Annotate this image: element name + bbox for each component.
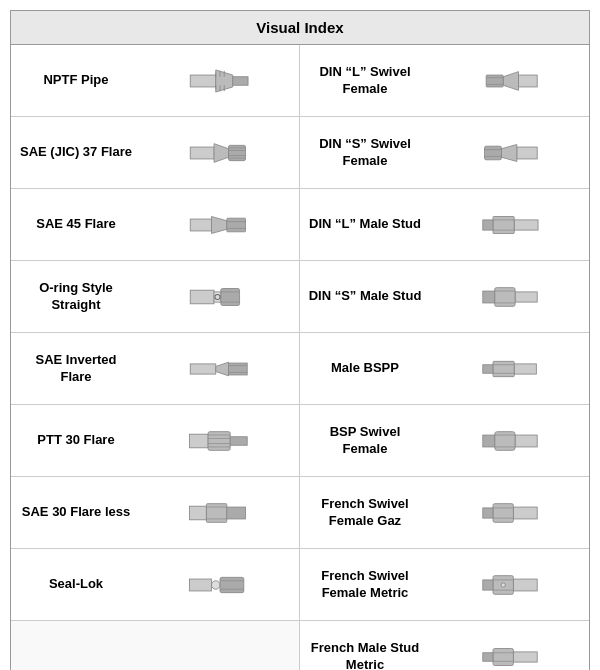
table-row: SAE 45 Flare	[11, 189, 300, 261]
right-fitting-image	[430, 631, 589, 671]
svg-rect-53	[493, 361, 514, 376]
svg-rect-31	[514, 219, 538, 229]
svg-rect-66	[482, 435, 494, 447]
svg-rect-65	[494, 431, 514, 450]
svg-marker-10	[503, 71, 518, 90]
svg-rect-21	[516, 147, 536, 159]
svg-rect-84	[513, 579, 537, 591]
left-label: O-ring Style Straight	[11, 276, 141, 318]
svg-rect-90	[513, 651, 537, 661]
table-row: NPTF Pipe	[11, 45, 300, 117]
svg-rect-92	[482, 652, 492, 661]
table-row: PTT 30 Flare	[11, 405, 300, 477]
svg-rect-43	[494, 287, 514, 306]
svg-rect-54	[482, 364, 492, 373]
svg-point-87	[501, 582, 505, 586]
table-row: BSP Swivel Female	[300, 405, 589, 477]
svg-rect-47	[190, 363, 216, 373]
svg-rect-58	[208, 431, 230, 450]
right-fitting-image	[430, 55, 589, 107]
table-row: SAE Inverted Flare	[11, 333, 300, 405]
svg-rect-59	[230, 436, 247, 445]
svg-rect-32	[493, 216, 514, 233]
left-label: Seal-Lok	[11, 572, 141, 597]
table-row: Seal-Lok	[11, 549, 300, 621]
table-row: DIN “L” Male Stud	[300, 189, 589, 261]
svg-rect-11	[486, 75, 503, 87]
svg-rect-44	[482, 291, 494, 303]
table-row: French Swivel Female Gaz	[300, 477, 589, 549]
svg-rect-33	[482, 219, 492, 229]
right-fitting-image	[430, 487, 589, 539]
header-title: Visual Index	[256, 19, 343, 36]
svg-rect-28	[227, 218, 246, 232]
table-row: DIN “L” Swivel Female	[300, 45, 589, 117]
table-row: SAE (JIC) 37 Flare	[11, 117, 300, 189]
left-fitting-image	[141, 415, 299, 467]
right-label: French Swivel Female Metric	[300, 564, 430, 606]
right-label: Male BSPP	[300, 356, 430, 381]
svg-marker-27	[212, 216, 227, 233]
svg-rect-26	[190, 219, 211, 231]
svg-rect-42	[515, 291, 537, 301]
table-row: O-ring Style Straight	[11, 261, 300, 333]
right-label: DIN “L” Male Stud	[300, 212, 430, 237]
svg-rect-75	[493, 503, 513, 522]
left-label: SAE Inverted Flare	[11, 348, 141, 390]
svg-rect-23	[484, 146, 501, 160]
svg-rect-49	[229, 363, 248, 375]
visual-index-container: Visual Index NPTF Pipe DIN “L” Swivel Fe…	[10, 10, 590, 670]
right-fitting-image	[430, 271, 589, 323]
left-label: PTT 30 Flare	[11, 428, 141, 453]
left-label: SAE 45 Flare	[11, 212, 141, 237]
table-row: DIN “S” Male Stud	[300, 261, 589, 333]
left-label: NPTF Pipe	[11, 68, 141, 93]
svg-rect-79	[189, 579, 211, 591]
left-fitting-image	[141, 127, 299, 179]
svg-rect-36	[190, 290, 214, 304]
left-label: SAE 30 Flare less	[11, 500, 141, 525]
svg-rect-69	[189, 506, 206, 520]
right-fitting-image	[430, 559, 589, 611]
right-fitting-image	[430, 415, 589, 467]
right-label: DIN “S” Male Stud	[300, 284, 430, 309]
svg-rect-0	[190, 75, 216, 87]
svg-rect-9	[518, 75, 537, 87]
left-fitting-image	[141, 55, 299, 107]
table-row: French Swivel Female Metric	[300, 549, 589, 621]
svg-rect-57	[189, 434, 208, 448]
right-fitting-image	[430, 199, 589, 251]
table-row: DIN “S” Swivel Female	[300, 117, 589, 189]
table-row: Male BSPP	[300, 333, 589, 405]
right-label: French Swivel Female Gaz	[300, 492, 430, 534]
svg-rect-2	[233, 76, 248, 85]
right-label: French Male Stud Metric	[300, 636, 430, 670]
svg-rect-14	[190, 147, 214, 159]
right-fitting-image	[430, 343, 589, 395]
svg-marker-15	[214, 143, 228, 162]
svg-rect-74	[513, 507, 537, 519]
left-label	[11, 653, 141, 661]
svg-rect-81	[220, 577, 244, 592]
table-header: Visual Index	[11, 11, 589, 45]
left-fitting-image	[141, 271, 299, 323]
svg-marker-48	[216, 362, 229, 376]
svg-rect-52	[514, 363, 536, 373]
left-label: SAE (JIC) 37 Flare	[11, 140, 141, 165]
svg-rect-91	[493, 648, 513, 665]
left-fitting-image	[141, 199, 299, 251]
svg-rect-71	[227, 507, 246, 519]
left-fitting-image	[141, 559, 299, 611]
table-row	[11, 621, 300, 670]
svg-rect-86	[482, 579, 492, 589]
svg-marker-22	[501, 144, 516, 161]
svg-rect-70	[206, 503, 226, 522]
svg-rect-38	[221, 288, 240, 305]
table-row: SAE 30 Flare less	[11, 477, 300, 549]
right-fitting-image	[430, 127, 589, 179]
left-fitting-image	[141, 631, 299, 671]
table-row: French Male Stud Metric	[300, 621, 589, 670]
left-fitting-image	[141, 487, 299, 539]
svg-point-80	[212, 580, 221, 589]
right-label: DIN “S” Swivel Female	[300, 132, 430, 174]
